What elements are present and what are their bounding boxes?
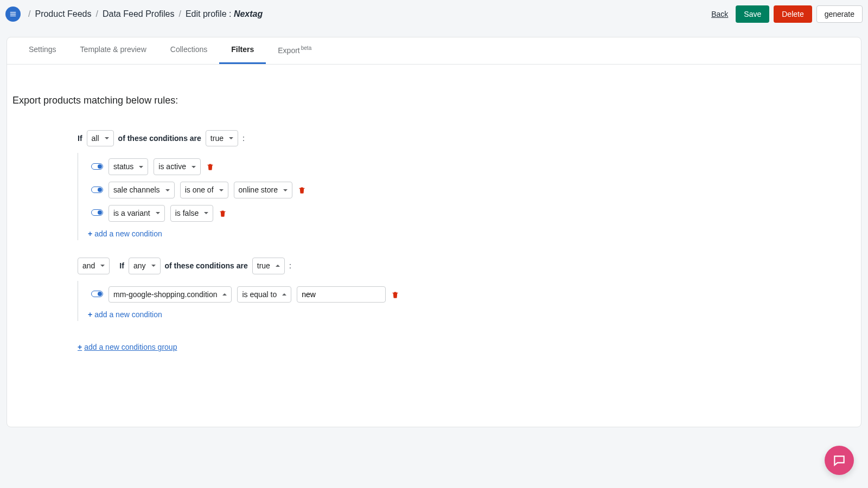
main-card: Settings Template & preview Collections … (7, 37, 861, 427)
bool-select[interactable]: true (206, 130, 238, 147)
chevron-up-icon (276, 265, 280, 267)
field-value: sale channels (113, 185, 160, 195)
add-condition-button[interactable]: + add a new condition (78, 225, 162, 238)
plus-icon: + (78, 343, 82, 351)
condition-toggle[interactable] (91, 209, 103, 216)
chevron-down-icon (283, 189, 288, 191)
operator-select[interactable]: is equal to (237, 286, 291, 303)
delete-button[interactable]: Delete (774, 5, 812, 23)
plus-icon: + (88, 229, 92, 238)
value-select[interactable]: online store (234, 182, 292, 198)
chevron-down-icon (219, 189, 224, 191)
value-text: online store (239, 185, 278, 195)
chevron-down-icon (139, 166, 143, 168)
field-value: status (113, 162, 133, 171)
generate-button[interactable]: generate (816, 5, 863, 23)
beta-badge: beta (301, 45, 311, 51)
condition-toggle[interactable] (91, 291, 103, 297)
condition-toggle[interactable] (91, 187, 103, 193)
chevron-down-icon (165, 189, 170, 191)
save-button[interactable]: Save (736, 5, 769, 23)
colon: : (289, 261, 291, 270)
tab-collections[interactable]: Collections (158, 37, 219, 64)
tab-export[interactable]: Exportbeta (266, 37, 323, 64)
joiner-select[interactable]: and (78, 258, 110, 274)
breadcrumb-item[interactable]: Product Feeds (35, 9, 91, 19)
operator-select[interactable]: is one of (180, 182, 228, 198)
field-value: mm-google-shopping.condition (113, 290, 217, 299)
condition-row: status is active (78, 155, 856, 178)
field-select[interactable]: status (108, 158, 148, 175)
field-select[interactable]: is a variant (108, 205, 165, 222)
joiner-value: and (82, 261, 95, 271)
tab-export-label: Export (278, 46, 299, 55)
chevron-down-icon (156, 212, 160, 214)
breadcrumb: / Product Feeds / Data Feed Profiles / E… (28, 9, 263, 19)
breadcrumb-sep: / (28, 9, 30, 19)
if-label: If (119, 261, 124, 270)
bool-value: true (257, 261, 270, 271)
bool-value: true (210, 134, 224, 143)
delete-condition-button[interactable] (391, 291, 399, 299)
bool-select[interactable]: true (252, 258, 285, 274)
field-value: is a variant (113, 209, 150, 218)
breadcrumb-item[interactable]: Data Feed Profiles (103, 9, 175, 19)
chevron-down-icon (105, 137, 109, 139)
rules-heading: Export products matching below rules: (12, 95, 856, 106)
field-select[interactable]: sale channels (108, 182, 175, 198)
of-these-label: of these conditions are (118, 134, 201, 143)
plus-icon: + (88, 310, 92, 319)
value-input[interactable] (297, 286, 386, 303)
chevron-down-icon (229, 137, 233, 139)
tabs: Settings Template & preview Collections … (7, 37, 861, 65)
delete-condition-button[interactable] (206, 163, 214, 171)
breadcrumb-sep: / (178, 9, 181, 19)
operator-value: is equal to (242, 290, 277, 299)
match-value: any (133, 261, 146, 271)
chat-icon (832, 453, 846, 467)
tab-settings[interactable]: Settings (17, 37, 68, 64)
match-select[interactable]: all (87, 130, 114, 147)
condition-group: If all of these conditions are true : s (12, 130, 856, 240)
operator-value: is false (175, 209, 199, 218)
breadcrumb-current: Edit profile : Nextag (186, 9, 263, 19)
colon: : (242, 134, 245, 143)
condition-row: sale channels is one of online store (78, 178, 856, 202)
delete-condition-button[interactable] (298, 186, 306, 194)
add-group-button[interactable]: + add a new conditions group (78, 338, 177, 351)
condition-group: and If any of these conditions are true … (12, 258, 856, 322)
breadcrumb-current-prefix: Edit profile : (186, 9, 231, 18)
tab-filters[interactable]: Filters (219, 37, 266, 64)
chevron-up-icon (222, 293, 227, 296)
back-link[interactable]: Back (708, 10, 731, 18)
add-group-label: add a new conditions group (84, 343, 177, 351)
chevron-down-icon (192, 166, 196, 168)
condition-row: mm-google-shopping.condition is equal to (78, 283, 856, 306)
breadcrumb-current-name: Nextag (234, 9, 263, 18)
help-fab[interactable] (825, 446, 854, 475)
chevron-down-icon (100, 265, 105, 267)
operator-value: is active (158, 162, 186, 171)
match-value: all (92, 134, 99, 143)
of-these-label: of these conditions are (165, 261, 248, 270)
condition-toggle[interactable] (91, 163, 103, 170)
add-condition-label: add a new condition (94, 229, 162, 238)
operator-select[interactable]: is false (170, 205, 214, 222)
delete-condition-button[interactable] (219, 209, 227, 217)
field-select[interactable]: mm-google-shopping.condition (108, 286, 232, 303)
operator-select[interactable]: is active (154, 158, 201, 175)
add-condition-label: add a new condition (94, 310, 162, 319)
operator-value: is one of (185, 185, 214, 195)
add-condition-button[interactable]: + add a new condition (78, 306, 162, 319)
chevron-up-icon (282, 293, 286, 296)
if-label: If (78, 134, 82, 143)
condition-row: is a variant is false (78, 202, 856, 225)
chevron-down-icon (204, 212, 208, 214)
match-select[interactable]: any (129, 258, 161, 274)
tab-template[interactable]: Template & preview (68, 37, 158, 64)
breadcrumb-sep: / (96, 9, 98, 19)
chevron-down-icon (151, 265, 156, 267)
menu-toggle[interactable] (5, 7, 21, 22)
